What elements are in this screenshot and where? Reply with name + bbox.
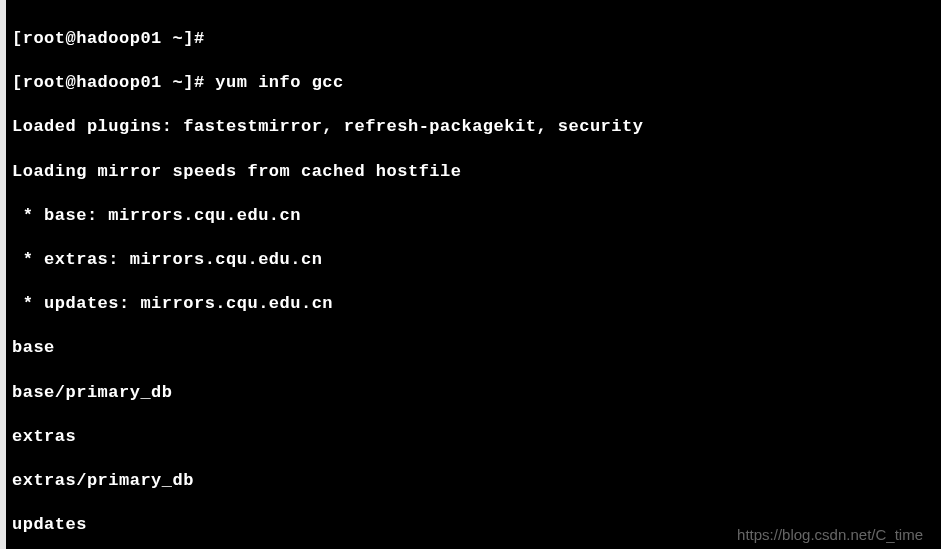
repo-base-primary: base/primary_db — [12, 382, 937, 404]
window-left-edge — [0, 0, 6, 549]
prompt-line-empty: [root@hadoop01 ~]# — [12, 28, 937, 50]
output-loading: Loading mirror speeds from cached hostfi… — [12, 161, 937, 183]
watermark-text: https://blog.csdn.net/C_time — [737, 525, 923, 545]
repo-extras: extras — [12, 426, 937, 448]
prompt-line-command: [root@hadoop01 ~]# yum info gcc — [12, 72, 937, 94]
output-base-mirror: * base: mirrors.cqu.edu.cn — [12, 205, 937, 227]
repo-base: base — [12, 337, 937, 359]
output-updates-mirror: * updates: mirrors.cqu.edu.cn — [12, 293, 937, 315]
terminal-output[interactable]: [root@hadoop01 ~]# [root@hadoop01 ~]# yu… — [4, 6, 937, 549]
output-extras-mirror: * extras: mirrors.cqu.edu.cn — [12, 249, 937, 271]
output-plugins: Loaded plugins: fastestmirror, refresh-p… — [12, 116, 937, 138]
repo-extras-primary: extras/primary_db — [12, 470, 937, 492]
